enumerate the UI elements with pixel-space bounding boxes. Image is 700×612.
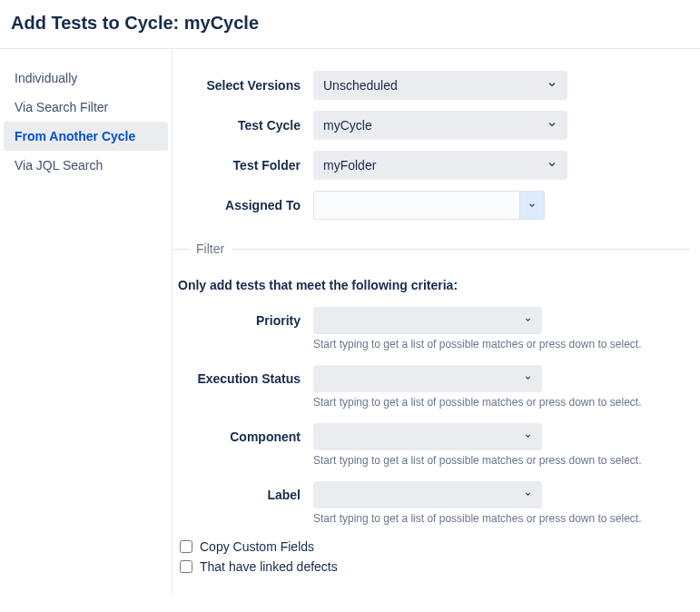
chevron-down-icon xyxy=(524,432,532,442)
chevron-down-icon xyxy=(524,316,532,326)
test-folder-value: myFolder xyxy=(323,158,376,173)
filter-legend: Filter xyxy=(189,242,232,256)
priority-select[interactable] xyxy=(313,307,542,334)
label-hint: Start typing to get a list of possible m… xyxy=(313,512,689,525)
sidebar-item-individually[interactable]: Individually xyxy=(4,64,168,93)
copy-custom-fields-checkbox[interactable] xyxy=(180,540,192,553)
select-versions-dropdown[interactable]: Unscheduled xyxy=(313,71,567,100)
test-folder-label: Test Folder xyxy=(173,158,313,173)
test-cycle-dropdown[interactable]: myCycle xyxy=(313,111,567,140)
linked-defects-row[interactable]: That have linked defects xyxy=(180,559,689,574)
test-cycle-value: myCycle xyxy=(323,118,372,133)
test-folder-dropdown[interactable]: myFolder xyxy=(313,151,567,180)
test-cycle-label: Test Cycle xyxy=(173,118,313,133)
page-title: Add Tests to Cycle: myCycle xyxy=(11,13,689,34)
label-select[interactable] xyxy=(313,481,542,508)
label-label: Label xyxy=(173,488,313,502)
linked-defects-checkbox[interactable] xyxy=(180,560,192,573)
filter-fieldset: Filter Only add tests that meet the foll… xyxy=(173,242,689,579)
copy-custom-fields-label: Copy Custom Fields xyxy=(200,539,314,554)
component-select[interactable] xyxy=(313,423,542,450)
sidebar-item-via-search-filter[interactable]: Via Search Filter xyxy=(4,93,168,122)
chevron-down-icon xyxy=(547,78,557,93)
component-hint: Start typing to get a list of possible m… xyxy=(313,454,689,467)
copy-custom-fields-row[interactable]: Copy Custom Fields xyxy=(180,539,689,554)
chevron-down-icon xyxy=(527,197,537,213)
assigned-to-combo xyxy=(313,191,545,220)
priority-hint: Start typing to get a list of possible m… xyxy=(313,338,689,350)
sidebar-item-from-another-cycle[interactable]: From Another Cycle xyxy=(4,122,168,151)
assigned-to-label: Assigned To xyxy=(173,198,313,212)
chevron-down-icon xyxy=(547,158,557,173)
execution-status-select[interactable] xyxy=(313,365,542,392)
chevron-down-icon xyxy=(524,374,532,384)
assigned-to-dropdown-button[interactable] xyxy=(519,191,545,220)
execution-status-label: Execution Status xyxy=(173,371,313,386)
main-panel: Select Versions Unscheduled Test Cycle m… xyxy=(173,49,700,594)
linked-defects-label: That have linked defects xyxy=(200,559,338,574)
dialog-header: Add Tests to Cycle: myCycle xyxy=(0,0,700,49)
chevron-down-icon xyxy=(524,490,532,500)
sidebar: Individually Via Search Filter From Anot… xyxy=(0,49,173,594)
priority-label: Priority xyxy=(173,313,313,328)
execution-status-hint: Start typing to get a list of possible m… xyxy=(313,396,689,409)
component-label: Component xyxy=(173,429,313,444)
select-versions-label: Select Versions xyxy=(173,78,313,93)
select-versions-value: Unscheduled xyxy=(323,78,398,93)
sidebar-item-via-jql-search[interactable]: Via JQL Search xyxy=(4,151,168,180)
chevron-down-icon xyxy=(547,118,557,133)
filter-criteria-text: Only add tests that meet the following c… xyxy=(178,278,689,292)
assigned-to-input[interactable] xyxy=(313,191,519,220)
